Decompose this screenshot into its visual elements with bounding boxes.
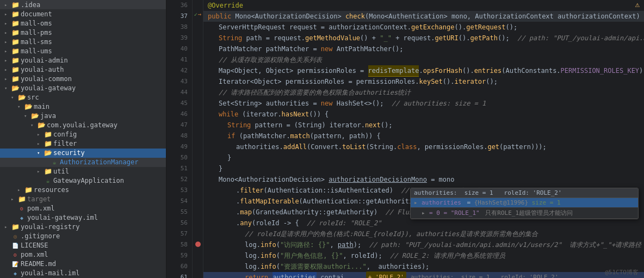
line-num-48: 48 <box>166 131 188 141</box>
folder-open-icon: 📂 <box>37 121 46 129</box>
code-area[interactable]: 36 37 38 39 40 41 42 43 44 45 46 47 48 4… <box>166 0 644 278</box>
sidebar-item-label: mall-sms <box>21 38 52 46</box>
gutter-line-40 <box>193 39 203 48</box>
line-numbers: 36 37 38 39 40 41 42 43 44 45 46 47 48 4… <box>166 0 193 278</box>
xml-file-icon: ⚙ <box>17 204 26 213</box>
breakpoint-icon[interactable] <box>195 242 201 247</box>
chevron-icon <box>4 11 11 17</box>
code-content[interactable]: ⚠ @Override public Mono<AuthorizationDec… <box>203 0 644 278</box>
sidebar-item-youlai-auth[interactable]: 📁 youlai-auth <box>0 65 166 74</box>
folder-open-icon: 📂 <box>30 112 39 120</box>
gutter-line-63 <box>193 259 203 269</box>
sidebar-item-label: java <box>40 112 56 120</box>
sidebar-item-label: youlai-mail.iml <box>21 269 79 277</box>
gutter-line-57 <box>193 201 203 211</box>
line-num-54: 54 <box>166 196 188 207</box>
gutter-line-49 <box>193 125 203 134</box>
sidebar-item-pom-xml-2[interactable]: ⚙ pom.xml <box>0 250 166 260</box>
java-file-icon: ☕ <box>44 176 52 185</box>
gutter-line-44 <box>193 77 203 87</box>
gutter-line-64 <box>193 269 203 279</box>
sidebar-item-gateway-application[interactable]: ☕ GatewayApplication <box>0 176 166 186</box>
sidebar-item-target[interactable]: 📁 target <box>0 195 166 204</box>
debug-tooltip[interactable]: authorities: size = 1 roleId: 'ROLE_2' ▸… <box>410 188 639 219</box>
chevron-icon <box>4 76 11 82</box>
expand-icon[interactable]: ▸ <box>422 209 427 217</box>
sidebar-item-mall-oms[interactable]: 📁 mall-oms <box>0 18 166 28</box>
gutter-line-38 <box>193 19 203 29</box>
code-line-45: Set<String> authorities = new HashSet<>(… <box>203 98 644 109</box>
chevron-icon <box>17 104 24 109</box>
sidebar-item-pom-xml-1[interactable]: ⚙ pom.xml <box>0 204 166 213</box>
folder-icon: 📁 <box>24 186 33 194</box>
debug-row-role1[interactable]: ▸ = 0 = "ROLE_1" 只有ROLE_1超级管理员才能访问 <box>411 208 638 219</box>
sidebar-item-mall-ums[interactable]: 📁 mall-ums <box>0 46 166 55</box>
sidebar-item-youlai-registry[interactable]: 📁 youlai-registry <box>0 223 166 232</box>
sidebar-item-label: youlai-admin <box>21 57 68 64</box>
sidebar-item-filter[interactable]: 📁 filter <box>0 139 166 148</box>
sidebar-item-readme[interactable]: 📝 README.md <box>0 260 166 269</box>
line-num-41: 41 <box>166 54 188 65</box>
folder-icon: 📁 <box>11 10 20 18</box>
sidebar-item-util[interactable]: 📁 util <box>0 167 166 176</box>
sidebar-item-mall-pms[interactable]: 📁 mall-pms <box>0 28 166 37</box>
gutter-line-45 <box>193 87 203 96</box>
sidebar-item-security[interactable]: 📂 security <box>0 149 166 158</box>
folder-icon: 📁 <box>11 223 20 231</box>
sidebar-item-java[interactable]: 📂 java <box>0 111 166 120</box>
sidebar-item-label: README.md <box>21 260 56 268</box>
iml-file-icon: ◆ <box>11 269 20 277</box>
sidebar-item-youlai-admin[interactable]: 📁 youlai-admin <box>0 55 166 65</box>
sidebar-item-idea[interactable]: 📁 .idea <box>0 0 166 9</box>
gutter-line-51 <box>193 144 203 153</box>
folder-icon: 📁 <box>44 130 52 139</box>
chevron-icon <box>4 30 11 35</box>
line-num-53: 53 <box>166 185 188 196</box>
sidebar-item-youlai-gateway-iml[interactable]: ◆ youlai-gateway.iml <box>0 213 166 223</box>
folder-open-icon: 📂 <box>44 149 52 157</box>
folder-icon: 📁 <box>11 19 20 28</box>
code-line-49: authorities.addAll(Convert.toList(String… <box>203 141 644 152</box>
code-line-57: // roleId是请求用户的角色(格式:ROLE_{roleId}), aut… <box>203 228 644 239</box>
code-line-39: String path = request.getMethodValue() +… <box>203 33 644 44</box>
sidebar-item-youlai-mail-iml[interactable]: ◆ youlai-mail.iml <box>0 269 166 278</box>
line-num-60: 60 <box>166 261 188 272</box>
sidebar-item-label: pom.xml <box>21 251 48 258</box>
sidebar-item-label: mall-ums <box>21 47 52 55</box>
sidebar-item-main[interactable]: 📂 main <box>0 102 166 111</box>
role2-badge: + 'ROLE_2' <box>366 271 406 278</box>
folder-icon: 📁 <box>44 139 52 148</box>
expand-icon[interactable]: ▸ <box>414 199 419 206</box>
gutter: ✓ → <box>193 0 203 278</box>
sidebar-item-gitignore[interactable]: ◎ .gitignore <box>0 232 166 241</box>
sidebar-item-youlai-common[interactable]: 📁 youlai-common <box>0 74 166 83</box>
chevron-icon <box>17 187 24 193</box>
sidebar-item-com-youlai-gateway[interactable]: 📂 com.youlai.gateway <box>0 120 166 129</box>
sidebar-item-authorization-manager[interactable]: ☕ AuthorizationManager <box>0 158 166 167</box>
sidebar-item-youlai-gateway[interactable]: 📂 youlai-gateway <box>0 83 166 92</box>
sidebar-item-label: document <box>21 10 52 18</box>
gutter-line-55 <box>193 182 203 192</box>
chevron-icon <box>37 150 44 156</box>
sidebar-item-src[interactable]: 📂 src <box>0 92 166 102</box>
debug-row-authorities[interactable]: ▸ authorities = {HashSet@11996} size = 1 <box>411 198 638 208</box>
sidebar-item-document[interactable]: 📁 document <box>0 9 166 18</box>
main-editor: 36 37 38 39 40 41 42 43 44 45 46 47 48 4… <box>166 0 644 278</box>
sidebar-item-label: AuthorizationManager <box>60 158 139 166</box>
gutter-line-47 <box>193 106 203 115</box>
sidebar-item-resources[interactable]: 📁 resources <box>0 186 166 195</box>
java-file-icon: ☕ <box>50 158 59 166</box>
gutter-line-48 <box>193 115 203 125</box>
sidebar-item-mall-sms[interactable]: 📁 mall-sms <box>0 37 166 46</box>
folder-icon: 📁 <box>11 28 20 37</box>
sidebar-item-license[interactable]: 📄 LICENSE <box>0 241 166 250</box>
sidebar-item-label: .idea <box>21 1 40 9</box>
chevron-icon <box>4 85 11 91</box>
chevron-icon <box>11 95 17 100</box>
code-line-59: log.info("用户角色信息, {}", roleId); // ROLE_… <box>203 250 644 261</box>
authorization-decision-mono-var: authorizationDecisionMono <box>329 174 427 185</box>
license-file-icon: 📄 <box>11 241 20 250</box>
sidebar-item-config[interactable]: 📁 config <box>0 129 166 139</box>
chevron-icon <box>4 67 11 72</box>
sidebar-item-label: mall-pms <box>21 29 52 36</box>
